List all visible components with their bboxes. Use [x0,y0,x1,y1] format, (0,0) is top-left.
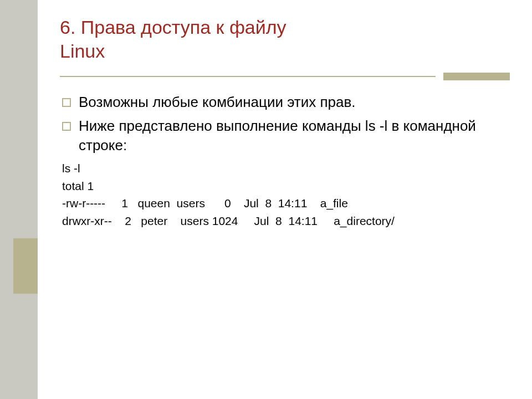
title-line-1: 6. Права доступа к файлу [60,17,287,38]
list-item: Возможны любые комбинации этих прав. [62,93,510,112]
divider-rule [60,73,510,80]
divider-line [60,76,436,77]
square-bullet-icon [62,98,71,107]
bullet-list: Возможны любые комбинации этих прав. Ниж… [62,93,510,155]
code-line: total 1 [62,180,94,192]
list-item: Ниже представлено выполнение команды ls … [62,116,510,155]
title-line-2: Linux [60,40,105,62]
bullet-text: Возможны любые комбинации этих прав. [79,93,356,112]
square-bullet-icon [62,122,71,131]
slide-content: 6. Права доступа к файлу Linux Возможны … [38,0,532,229]
code-line: ls -l [62,162,80,175]
code-line: -rw-r----- 1 queen users 0 Jul 8 14:11 a… [62,197,348,209]
code-line: drwxr-xr-- 2 peter users 1024 Jul 8 14:1… [62,214,395,227]
slide-title: 6. Права доступа к файлу Linux [60,16,510,63]
divider-block [443,73,510,80]
left-accent-short [13,238,38,294]
bullet-text: Ниже представлено выполнение команды ls … [79,116,510,155]
left-accent-band [0,0,38,399]
code-block: ls -l total 1 -rw-r----- 1 queen users 0… [62,160,510,229]
